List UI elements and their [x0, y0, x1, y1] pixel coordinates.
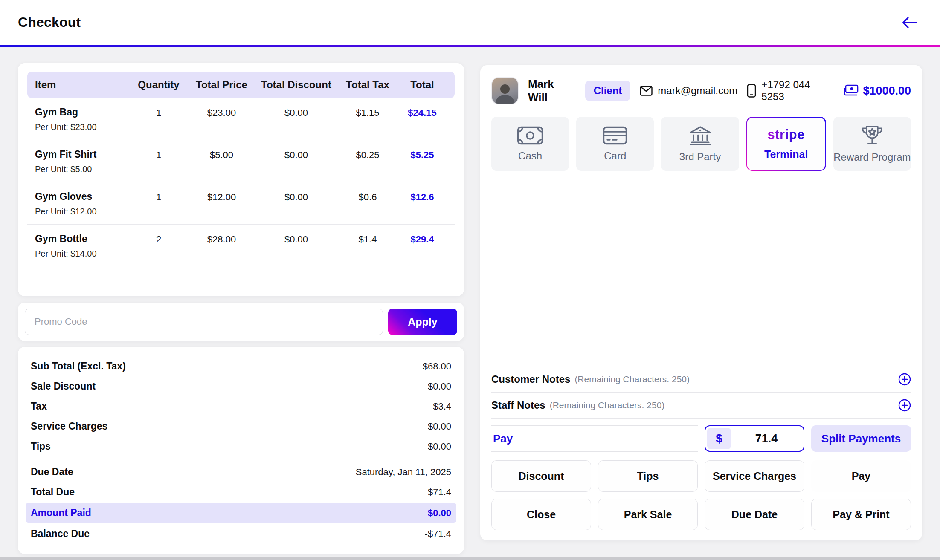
summary-row-sale-discount: Sale Discount $0.00	[29, 376, 453, 396]
item-per-unit: Per Unit: $23.00	[35, 122, 129, 132]
payment-method-cash[interactable]: Cash	[491, 117, 569, 171]
item-name: Gym Fit Shirt	[35, 149, 129, 160]
summary-row-total-due: Total Due $71.4	[29, 482, 453, 502]
panel-spacer	[491, 171, 911, 367]
client-name: Mark Will	[528, 78, 576, 104]
app-header: Checkout	[0, 0, 940, 47]
pay-amount-input[interactable]	[731, 432, 802, 445]
avatar	[491, 77, 519, 104]
items-table-card: Item Quantity Total Price Total Discount…	[18, 63, 464, 296]
item-total-tax: $1.4	[338, 233, 397, 245]
summary-row-due-date: Due Date Saturday, Jan 11, 2025	[29, 462, 453, 482]
table-row[interactable]: Gym Bottle Per Unit: $14.00 2 $28.00 $0.…	[27, 225, 455, 266]
cash-icon	[517, 126, 543, 145]
payment-method-card[interactable]: Card	[576, 117, 654, 171]
service-charges-button[interactable]: Service Charges	[705, 460, 804, 492]
checkout-content: Item Quantity Total Price Total Discount…	[0, 47, 940, 554]
table-row[interactable]: Gym Fit Shirt Per Unit: $5.00 1 $5.00 $0…	[27, 140, 455, 182]
payment-method-3rd-party[interactable]: 3rd Party	[661, 117, 739, 171]
item-total: $12.6	[397, 191, 447, 203]
summary-row-tips: Tips $0.00	[29, 436, 453, 456]
add-staff-note-button[interactable]	[898, 399, 911, 412]
item-total-price: $12.00	[189, 191, 255, 203]
summary-row-service-charges: Service Charges $0.00	[29, 416, 453, 436]
discount-button[interactable]: Discount	[491, 460, 591, 492]
pay-amount-field: $	[705, 425, 804, 452]
pay-button[interactable]: Pay	[811, 460, 911, 492]
payment-panel: Mark Will Client mark@gmail.com +1792 04…	[480, 65, 922, 540]
payment-method-terminal[interactable]: stripe Terminal	[746, 117, 826, 171]
client-email: mark@gmail.com	[640, 85, 737, 97]
client-phone: +1792 044 5253	[747, 79, 834, 103]
customer-notes-hint: (Remaining Characters: 250)	[574, 374, 690, 384]
item-total: $29.4	[397, 233, 447, 245]
item-name: Gym Gloves	[35, 191, 129, 202]
promo-code-input[interactable]	[25, 309, 383, 335]
tips-button[interactable]: Tips	[598, 460, 698, 492]
item-per-unit: Per Unit: $12.00	[35, 207, 129, 216]
item-per-unit: Per Unit: $5.00	[35, 165, 129, 174]
item-quantity: 1	[129, 191, 189, 203]
item-total-discount: $0.00	[255, 191, 338, 203]
split-payments-button[interactable]: Split Payments	[811, 425, 911, 452]
promo-card: Apply	[18, 303, 464, 341]
column-header-total-discount: Total Discount	[255, 79, 338, 91]
item-total-discount: $0.00	[255, 149, 338, 161]
close-button[interactable]: Close	[491, 499, 591, 530]
back-button[interactable]	[901, 16, 918, 29]
payment-methods: Cash Card	[491, 117, 911, 171]
client-type-badge: Client	[585, 81, 631, 101]
item-quantity: 1	[129, 107, 189, 118]
item-name: Gym Bag	[35, 107, 129, 118]
summary-row-amount-paid: Amount Paid $0.00	[26, 503, 456, 523]
items-table-header: Item Quantity Total Price Total Discount…	[27, 72, 455, 98]
item-total-discount: $0.00	[255, 107, 338, 118]
column-header-total-tax: Total Tax	[338, 79, 397, 91]
item-total-price: $28.00	[189, 233, 255, 245]
item-total-tax: $1.15	[338, 107, 397, 118]
client-balance: $1000.00	[843, 84, 911, 98]
column-header-total: Total	[397, 79, 447, 91]
staff-notes-label: Staff Notes	[491, 399, 545, 411]
bottom-edge-strip	[0, 557, 940, 560]
column-header-total-price: Total Price	[189, 79, 255, 91]
item-per-unit: Per Unit: $14.00	[35, 249, 129, 259]
page-title: Checkout	[18, 14, 81, 30]
plus-circle-icon	[898, 373, 911, 386]
mobile-phone-icon	[747, 84, 756, 98]
action-buttons: Discount Tips Service Charges Pay Close …	[491, 460, 911, 530]
pay-and-print-button[interactable]: Pay & Print	[811, 499, 911, 530]
item-quantity: 2	[129, 233, 189, 245]
customer-notes-row: Customer Notes (Remaining Characters: 25…	[491, 367, 911, 392]
staff-notes-divider	[491, 418, 911, 419]
pay-row: Pay $ Split Payments	[491, 425, 911, 452]
summary-row-subtotal: Sub Total (Excl. Tax) $68.00	[29, 356, 453, 376]
add-customer-note-button[interactable]	[898, 373, 911, 386]
table-row[interactable]: Gym Bag Per Unit: $23.00 1 $23.00 $0.00 …	[27, 98, 455, 140]
plus-circle-icon	[898, 399, 911, 412]
park-sale-button[interactable]: Park Sale	[598, 499, 698, 530]
card-icon	[603, 126, 627, 145]
column-header-item: Item	[35, 79, 129, 91]
staff-notes-hint: (Remaining Characters: 250)	[550, 400, 665, 410]
customer-notes-label: Customer Notes	[491, 373, 570, 385]
stripe-logo: stripe	[768, 127, 805, 142]
order-panel: Item Quantity Total Price Total Discount…	[18, 63, 464, 554]
summary-divider	[29, 459, 453, 459]
item-total: $5.25	[397, 149, 447, 161]
pay-label: Pay	[491, 425, 698, 452]
envelope-icon	[640, 86, 653, 96]
payment-method-reward-program[interactable]: Reward Program	[833, 117, 911, 171]
money-stack-icon	[843, 84, 859, 97]
item-total: $24.15	[397, 107, 447, 118]
apply-promo-button[interactable]: Apply	[388, 309, 457, 335]
client-info-row: Mark Will Client mark@gmail.com +1792 04…	[491, 73, 911, 109]
client-divider	[491, 109, 911, 109]
trophy-icon	[861, 125, 884, 146]
item-total-price: $23.00	[189, 107, 255, 118]
order-summary-card: Sub Total (Excl. Tax) $68.00 Sale Discou…	[18, 347, 464, 554]
summary-row-tax: Tax $3.4	[29, 396, 453, 416]
table-row[interactable]: Gym Gloves Per Unit: $12.00 1 $12.00 $0.…	[27, 182, 455, 225]
item-name: Gym Bottle	[35, 233, 129, 245]
due-date-button[interactable]: Due Date	[705, 499, 804, 530]
